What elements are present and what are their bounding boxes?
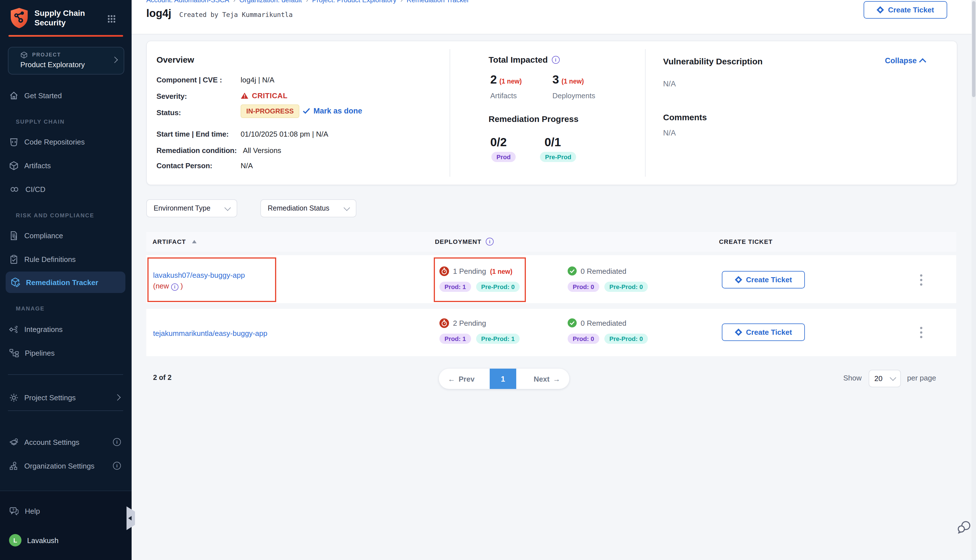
info-icon[interactable]: i [113, 462, 121, 470]
sidebar-item-cicd[interactable]: CI/CD [9, 182, 122, 197]
project-label: PROJECT [32, 52, 61, 58]
page-number-button[interactable]: 1 [490, 368, 516, 389]
info-icon[interactable]: i [171, 283, 179, 291]
page-header: Account: Automation-SSCA›Organization: d… [132, 0, 976, 35]
remediation-condition-value: All Versions [243, 146, 281, 155]
prod-count-badge: Prod: 0 [568, 282, 599, 292]
sidebar-item-artifacts[interactable]: Artifacts [9, 158, 122, 173]
sidebar-item-account-settings[interactable]: Account Settings i [9, 435, 122, 449]
scrollbar-thumb[interactable] [972, 1, 976, 97]
pending-status: 1 Pending (1 new) [439, 267, 512, 276]
column-deployment: DEPLOYMENT [435, 238, 482, 245]
user-menu[interactable]: L Lavakush [9, 533, 122, 548]
breadcrumb-separator: › [233, 0, 235, 4]
total-impacted-heading: Total Impacted i [489, 55, 560, 64]
contact-person-value: N/A [240, 162, 253, 170]
prev-page-button[interactable]: ← Prev [448, 368, 474, 389]
support-chat-icon[interactable] [957, 520, 972, 538]
account-settings-icon [9, 437, 18, 447]
remediation-tracker-page: Supply Chain Security PROJECT Product Ex… [0, 0, 976, 560]
divider [450, 49, 450, 177]
sidebar-item-get-started[interactable]: Get Started [9, 88, 122, 103]
status-label: Status: [157, 108, 181, 117]
help-chat-icon: ? [9, 506, 19, 516]
divider [8, 374, 123, 375]
impacted-deployments-label: Deployments [552, 92, 595, 100]
artifact-link[interactable]: lavakush07/easy-buggy-app [153, 271, 245, 280]
rule-definitions-clipboard-icon [9, 254, 18, 264]
sort-ascending-icon[interactable] [192, 240, 197, 243]
remediation-condition-label: Remediation condition: [157, 146, 237, 155]
prod-count-badge: Prod: 1 [439, 333, 471, 344]
impacted-artifacts-label: Artifacts [490, 92, 517, 100]
impacted-artifacts-count: 2 (1 new) [490, 73, 522, 87]
compliance-document-icon [9, 231, 18, 240]
pending-clock-icon [439, 267, 449, 276]
collapse-button[interactable]: Collapse [885, 57, 925, 65]
brand: Supply Chain Security [9, 7, 85, 29]
info-icon[interactable]: i [486, 238, 494, 245]
sidebar-item-remediation-tracker[interactable]: Remediation Tracker [6, 272, 125, 293]
module-grid-icon[interactable] [107, 15, 116, 23]
contact-person-label: Contact Person: [157, 162, 212, 170]
table-row: lavakush07/easy-buggy-app (new i ) 1 Pen… [146, 255, 956, 303]
breadcrumb-account[interactable]: Account: Automation-SSCA [146, 0, 229, 4]
user-name: Lavakush [27, 536, 58, 545]
breadcrumb-organization[interactable]: Organization: default [240, 0, 302, 4]
sidebar-item-pipelines[interactable]: Pipelines [9, 345, 122, 360]
home-icon [9, 91, 18, 100]
breadcrumb-separator: › [306, 0, 308, 4]
table-row: tejakummarikuntla/easy-buggy-app 2 Pendi… [146, 309, 956, 356]
remediated-status: 0 Remediated [568, 318, 626, 327]
next-page-button[interactable]: Next → [534, 368, 560, 389]
integrations-icon [9, 324, 18, 334]
preprod-count-badge: Pre-Prod: 0 [604, 333, 648, 344]
create-ticket-button-row[interactable]: Create Ticket [722, 323, 805, 341]
sidebar-item-organization-settings[interactable]: Organization Settings i [9, 458, 122, 473]
breadcrumb-page[interactable]: Remediation Tracker [407, 0, 469, 4]
row-menu-button[interactable] [918, 272, 924, 288]
artifact-link[interactable]: tejakummarikuntla/easy-buggy-app [153, 328, 267, 339]
artifact-new-flag: (new i ) [153, 280, 289, 291]
arrow-right-icon: → [553, 375, 560, 383]
sidebar-item-project-settings[interactable]: Project Settings [9, 390, 122, 405]
sidebar-collapse-handle[interactable] [127, 507, 135, 530]
jira-diamond-icon [735, 328, 742, 336]
project-selector[interactable]: PROJECT Product Exploratory [8, 47, 124, 75]
sidebar-item-code-repositories[interactable]: Code Repositories [9, 134, 122, 149]
environment-type-filter[interactable]: Environment Type [146, 199, 237, 217]
page-size-select[interactable]: 20 [869, 370, 901, 387]
pagination-summary: 2 of 2 [153, 374, 172, 382]
create-ticket-button-row[interactable]: Create Ticket [722, 271, 805, 288]
column-artifact: ARTIFACT [152, 238, 186, 245]
pipelines-icon [9, 348, 19, 357]
info-icon[interactable]: i [552, 56, 560, 63]
check-icon [303, 108, 310, 114]
create-ticket-button-header[interactable]: Create Ticket [864, 1, 947, 18]
breadcrumb-project[interactable]: Project: Product Exploratory [312, 0, 397, 4]
chevron-down-icon [890, 375, 896, 381]
prod-count-badge: Prod: 1 [439, 282, 471, 292]
column-create-ticket: CREATE TICKET [719, 238, 772, 245]
sidebar-item-help[interactable]: ? Help [9, 503, 122, 518]
sidebar-item-integrations[interactable]: Integrations [9, 322, 122, 337]
mark-as-done-button[interactable]: Mark as done [303, 107, 362, 115]
chevron-down-icon [344, 204, 350, 211]
preprod-count-badge: Pre-Prod: 0 [476, 282, 520, 292]
remediation-tracker-icon [10, 277, 20, 287]
divider [645, 49, 646, 177]
pending-status: 2 Pending [439, 318, 486, 328]
table-header: ARTIFACT DEPLOYMENT i CREATE TICKET [146, 232, 956, 252]
preprod-count-badge: Pre-Prod: 1 [476, 333, 520, 344]
vulnerability-description-heading: Vulnerability Description [663, 57, 762, 66]
cicd-infinity-icon [9, 184, 20, 194]
brand-title: Supply Chain Security [35, 8, 85, 28]
project-name: Product Exploratory [20, 60, 85, 69]
sidebar-item-rule-definitions[interactable]: Rule Definitions [9, 252, 122, 267]
pending-clock-icon [439, 318, 449, 328]
remediation-status-filter[interactable]: Remediation Status [260, 199, 356, 217]
chevron-right-icon [114, 394, 121, 401]
info-icon[interactable]: i [113, 438, 121, 446]
row-menu-button[interactable] [918, 325, 924, 340]
sidebar-item-compliance[interactable]: Compliance [9, 228, 122, 243]
